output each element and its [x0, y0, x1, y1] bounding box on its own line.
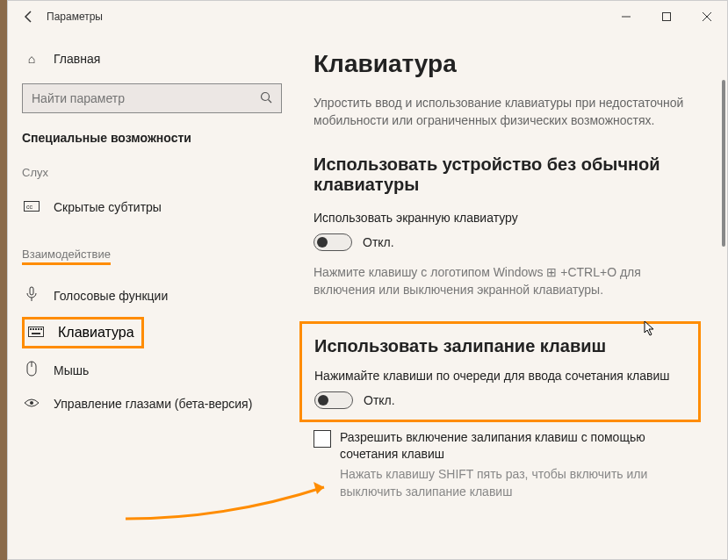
group-hearing: Слух	[22, 166, 282, 179]
svg-rect-13	[35, 328, 37, 330]
sidebar-item-label: Голосовые функции	[54, 289, 168, 303]
eye-icon	[24, 397, 40, 411]
sidebar: ⌂ Главная Специальные возможности Слух c…	[8, 32, 296, 559]
svg-rect-14	[38, 328, 40, 330]
osk-hint: Нажмите клавишу с логотипом Windows ⊞ +C…	[314, 263, 700, 299]
sidebar-item-captions[interactable]: cc Скрытые субтитры	[22, 191, 282, 223]
sticky-shortcut-label: Разрешить включение залипания клавиш с п…	[340, 429, 700, 463]
page-title: Клавиатура	[314, 50, 701, 78]
svg-text:cc: cc	[26, 204, 33, 210]
sidebar-item-keyboard[interactable]: Клавиатура	[22, 317, 144, 348]
svg-rect-16	[32, 333, 40, 334]
svg-rect-11	[30, 328, 32, 330]
sticky-heading: Использовать залипание клавиш	[314, 336, 686, 356]
osk-label: Использовать экранную клавиатуру	[314, 211, 701, 225]
mouse-icon	[24, 361, 40, 379]
osk-toggle[interactable]	[314, 233, 352, 251]
svg-rect-15	[40, 328, 42, 330]
section-title: Специальные возможности	[22, 131, 282, 145]
sidebar-item-label: Скрытые субтитры	[54, 200, 162, 214]
sidebar-item-eye-control[interactable]: Управление глазами (бета-версия)	[22, 388, 282, 420]
sidebar-item-mouse[interactable]: Мышь	[22, 352, 282, 388]
mic-icon	[24, 286, 40, 305]
page-intro: Упростить ввод и использование клавиатур…	[314, 94, 700, 130]
sidebar-item-label: Клавиатура	[58, 325, 134, 341]
close-button[interactable]	[687, 3, 727, 31]
minimize-button[interactable]	[606, 3, 646, 31]
sidebar-item-speech[interactable]: Голосовые функции	[22, 277, 282, 313]
sticky-toggle-state: Откл.	[364, 393, 395, 407]
sticky-keys-section: Использовать залипание клавиш Нажимайте …	[299, 321, 701, 422]
sticky-shortcut-hint: Нажать клавишу SHIFT пять раз, чтобы вкл…	[340, 466, 700, 500]
svg-rect-12	[32, 328, 34, 330]
group-interaction: Взаимодействие	[22, 248, 282, 265]
sticky-toggle[interactable]	[314, 391, 353, 409]
titlebar: Параметры	[8, 1, 727, 32]
svg-rect-1	[663, 13, 671, 21]
osk-toggle-state: Откл.	[363, 235, 394, 249]
scrollbar[interactable]	[722, 80, 725, 247]
keyboard-icon	[28, 325, 44, 341]
back-button[interactable]	[15, 3, 43, 31]
nav-home-label: Главная	[54, 52, 100, 66]
search-icon	[260, 91, 272, 106]
sticky-label: Нажимайте клавиши по очереди для ввода с…	[314, 369, 686, 383]
svg-line-5	[269, 99, 272, 103]
window-title: Параметры	[47, 11, 606, 23]
home-icon: ⌂	[24, 52, 40, 66]
captions-icon: cc	[24, 200, 40, 214]
search-input[interactable]	[32, 91, 260, 105]
sidebar-item-label: Мышь	[54, 363, 89, 377]
content-pane: Клавиатура Упростить ввод и использовани…	[296, 32, 727, 559]
svg-rect-8	[30, 287, 33, 295]
sidebar-item-label: Управление глазами (бета-версия)	[54, 397, 252, 411]
osk-heading: Использовать устройство без обычной клав…	[314, 154, 700, 195]
settings-window: Параметры ⌂ Главная Специальные возможно…	[7, 0, 728, 560]
svg-point-19	[30, 401, 33, 405]
sticky-shortcut-checkbox[interactable]	[314, 430, 331, 448]
maximize-button[interactable]	[646, 3, 687, 31]
search-box[interactable]	[22, 83, 282, 113]
nav-home[interactable]: ⌂ Главная	[22, 47, 282, 71]
svg-point-4	[262, 92, 270, 100]
